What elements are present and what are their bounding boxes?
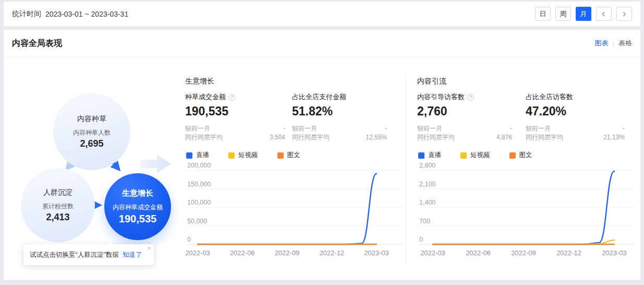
legend-swatch	[186, 152, 192, 159]
metric-label: 内容引导访客数	[417, 92, 465, 102]
svg-text:700: 700	[419, 218, 430, 225]
card-header: 内容全局表现 图表 | 表格	[4, 30, 640, 57]
svg-text:2022-03: 2022-03	[420, 249, 445, 257]
bubble-metric: 内容种草人数	[73, 128, 111, 137]
peer-average-row: 同行同层平均 4,876	[417, 133, 512, 142]
legend-item-short-video[interactable]: 短视频	[460, 151, 490, 160]
svg-text:2023-03: 2023-03	[602, 249, 627, 257]
tooltip-text: 试试点击切换至“人群沉淀”数据	[30, 251, 119, 259]
svg-text:200,000: 200,000	[187, 162, 211, 169]
svg-text:2022-09: 2022-09	[275, 249, 300, 257]
metric-label: 占比全店支付金额	[292, 92, 346, 102]
legend-item-short-video[interactable]: 短视频	[228, 151, 258, 160]
help-icon[interactable]: ?	[228, 94, 235, 101]
metric-visitor-share: 占比全店访客数 47.20% 较前一月 - 同行同层平均 21.13%	[526, 92, 625, 142]
prev-period-button[interactable]	[596, 7, 612, 21]
bubble-metric: 内容种草成交金额	[113, 203, 163, 212]
panel-title: 生意增长	[185, 77, 214, 86]
metric-value: 190,535	[185, 104, 285, 118]
chevron-left-icon	[601, 11, 606, 17]
next-period-button[interactable]	[616, 7, 632, 21]
peer-average-row: 同行同层平均 21.13%	[526, 133, 625, 142]
svg-text:2022-12: 2022-12	[319, 249, 344, 257]
chart-legend: 直播 短视频 图文	[418, 151, 552, 160]
legend-item-live[interactable]: 直播	[186, 151, 209, 160]
bubble-audience-retention[interactable]: 人群沉淀 累计粉丝数 2,413	[21, 168, 95, 242]
compare-prev-month-row: 较前一月 -	[292, 124, 387, 133]
panel-title: 内容引流	[417, 77, 446, 86]
period-month-button[interactable]: 月	[576, 7, 591, 21]
metric-value: 2,760	[417, 104, 512, 118]
legend-item-live[interactable]: 直播	[418, 151, 441, 160]
arrow-to-charts	[140, 155, 171, 173]
svg-text:0: 0	[419, 236, 423, 243]
period-switcher: 日 周 月	[535, 7, 632, 21]
legend-swatch	[509, 152, 516, 159]
tooltip-caret	[107, 241, 114, 248]
bubble-business-growth[interactable]: 生意增长 内容种草成交金额 190,535	[104, 173, 171, 240]
svg-text:2022-09: 2022-09	[511, 249, 536, 257]
bubble-title: 生意增长	[122, 188, 153, 198]
period-week-button[interactable]: 周	[555, 7, 571, 21]
compare-prev-month-row: 较前一月 -	[417, 124, 512, 133]
content-performance-card: 内容全局表现 图表 | 表格	[4, 30, 640, 280]
bubble-value: 190,535	[119, 213, 156, 225]
legend-swatch	[460, 152, 467, 159]
got-it-link[interactable]: 知道了	[123, 251, 142, 259]
svg-text:0: 0	[187, 236, 191, 243]
compare-prev-month-row: 较前一月 -	[185, 124, 285, 133]
legend-item-image-text[interactable]: 图文	[509, 151, 532, 160]
business-growth-line-chart: 050,000100,000150,000200,0002022-032022-…	[185, 162, 406, 261]
metric-label: 种草成交金额	[185, 92, 226, 102]
svg-text:2022-06: 2022-06	[466, 249, 491, 257]
svg-text:2022-06: 2022-06	[230, 249, 255, 257]
peer-average-row: 同行同层平均 3,504	[185, 133, 285, 142]
content-traffic-line-chart: 07001,4002,1002,8002022-032022-062022-09…	[417, 162, 636, 261]
legend-swatch	[228, 152, 235, 159]
page-title: 内容全局表现	[12, 38, 62, 49]
view-chart-tab[interactable]: 图表	[595, 39, 609, 48]
switch-hint-tooltip: 试试点击切换至“人群沉淀”数据 知道了 ×	[23, 244, 154, 265]
help-icon[interactable]: ?	[467, 94, 474, 101]
close-icon[interactable]: ×	[147, 245, 151, 252]
svg-text:50,000: 50,000	[187, 218, 207, 225]
compare-prev-month-row: 较前一月 -	[526, 124, 625, 133]
legend-item-image-text[interactable]: 图文	[277, 151, 300, 160]
chart-legend: 直播 短视频 图文	[186, 151, 320, 160]
svg-text:2022-03: 2022-03	[185, 249, 210, 257]
svg-text:2022-12: 2022-12	[556, 249, 581, 257]
metric-value: 51.82%	[292, 104, 387, 118]
topbar: 统计时间 2023-03-01 ~ 2023-03-31 日 周 月	[4, 2, 640, 26]
panel-divider	[406, 74, 406, 263]
svg-text:1,400: 1,400	[419, 199, 435, 206]
bubble-content-seeding[interactable]: 内容种草 内容种草人数 2,695	[53, 93, 130, 170]
bubble-value: 2,413	[46, 212, 69, 223]
date-range: 2023-03-01 ~ 2023-03-31	[45, 10, 128, 18]
svg-text:2,100: 2,100	[419, 181, 435, 188]
bubble-title: 内容种草	[77, 114, 106, 124]
legend-swatch	[418, 152, 424, 159]
chevron-right-icon	[622, 11, 627, 17]
bubble-metric: 累计粉丝数	[42, 202, 74, 211]
view-switch: 图表 | 表格	[595, 39, 632, 48]
view-switch-divider: |	[613, 40, 614, 48]
svg-text:2023-03: 2023-03	[364, 249, 389, 257]
card-content: 内容种草 内容种草人数 2,695 人群沉淀 累计粉丝数 2,413 生意增长 …	[4, 57, 640, 279]
period-day-button[interactable]: 日	[535, 7, 551, 21]
metric-label: 占比全店访客数	[526, 92, 573, 102]
metric-value: 47.20%	[526, 104, 625, 118]
stat-time-label: 统计时间	[12, 9, 41, 19]
svg-text:150,000: 150,000	[187, 181, 211, 188]
peer-average-row: 同行同层平均 12.55%	[292, 133, 387, 142]
metric-gmv-share: 占比全店支付金额 51.82% 较前一月 - 同行同层平均 12.55%	[292, 92, 387, 142]
metric-content-visitors: 内容引导访客数 ? 2,760 较前一月 - 同行同层平均 4,876	[417, 92, 512, 142]
funnel-diagram: 内容种草 内容种草人数 2,695 人群沉淀 累计粉丝数 2,413 生意增长 …	[4, 57, 184, 277]
view-table-tab[interactable]: 表格	[618, 39, 632, 48]
metric-seeding-gmv: 种草成交金额 ? 190,535 较前一月 - 同行同层平均 3,504	[185, 92, 285, 142]
bubble-title: 人群沉淀	[43, 188, 72, 197]
svg-text:100,000: 100,000	[187, 199, 211, 206]
svg-text:2,800: 2,800	[419, 162, 435, 169]
legend-swatch	[277, 152, 284, 159]
bubble-value: 2,695	[80, 138, 103, 149]
